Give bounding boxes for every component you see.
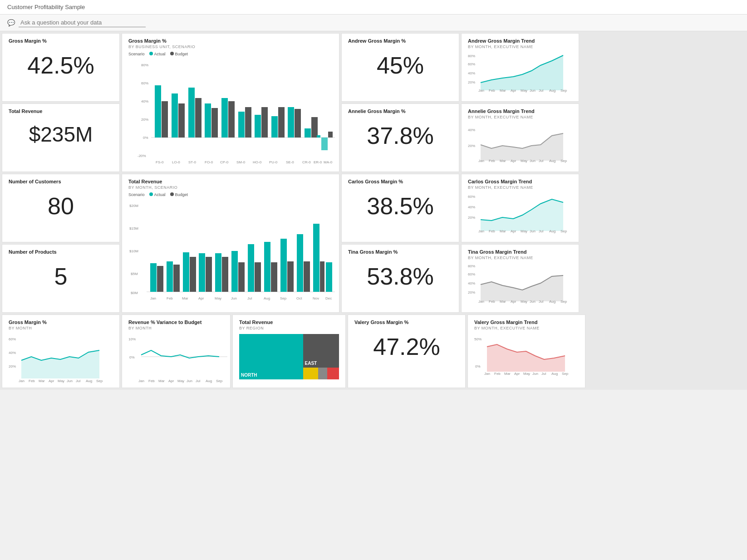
- svg-rect-28: [321, 138, 328, 150]
- svg-text:Jun: Jun: [231, 296, 237, 300]
- annelie-trend-card: Annelie Gross Margin Trend BY MONTH, EXE…: [461, 103, 579, 172]
- svg-text:ST-0: ST-0: [188, 160, 196, 164]
- rev-variance-card: Revenue % Variance to Budget BY MONTH 10…: [122, 314, 231, 388]
- valery-trend-subtitle: BY MONTH, EXECUTIVE NAME: [474, 326, 579, 330]
- svg-rect-26: [311, 117, 318, 138]
- svg-rect-83: [222, 257, 228, 292]
- svg-text:Jan: Jan: [484, 372, 490, 376]
- svg-text:Sep: Sep: [562, 372, 569, 376]
- svg-text:Jul: Jul: [76, 379, 80, 383]
- svg-text:Sep: Sep: [560, 159, 567, 163]
- svg-rect-7: [155, 85, 161, 138]
- qa-bar: 💬: [0, 15, 747, 31]
- qa-input[interactable]: [19, 18, 146, 27]
- svg-text:Apr: Apr: [49, 379, 54, 383]
- svg-text:$10M: $10M: [129, 249, 138, 253]
- svg-text:Jun: Jun: [530, 229, 536, 233]
- svg-text:Feb: Feb: [167, 296, 173, 300]
- svg-text:Mar: Mar: [39, 379, 45, 383]
- gm-month-subtitle: BY MONTH: [9, 326, 113, 330]
- svg-text:Jan: Jan: [478, 159, 484, 163]
- actual-legend2: Actual: [149, 192, 166, 197]
- svg-text:Jan: Jan: [478, 88, 484, 93]
- carlos-margin-value: 38.5%: [348, 185, 452, 227]
- svg-text:Apr: Apr: [511, 88, 516, 93]
- svg-text:Jun: Jun: [187, 379, 192, 383]
- annelie-trend-chart: 40% 20% Jan Feb Mar Apr May Jun Jul Aug …: [468, 122, 572, 163]
- svg-text:May: May: [521, 88, 527, 93]
- num-customers-card: Number of Customers 80: [2, 174, 120, 242]
- svg-text:Aug: Aug: [86, 379, 92, 383]
- total-rev-month-card: Total Revenue BY MONTH, SCENARIO Scenari…: [122, 174, 339, 313]
- svg-marker-46: [481, 55, 563, 90]
- svg-text:SE-0: SE-0: [286, 160, 294, 164]
- svg-text:Apr: Apr: [511, 159, 516, 163]
- annelie-margin-card: Annelie Gross Margin % 37.8%: [341, 103, 459, 172]
- svg-text:20%: 20%: [468, 80, 475, 84]
- svg-rect-85: [238, 262, 245, 292]
- svg-rect-91: [287, 261, 294, 292]
- svg-rect-9: [172, 93, 178, 138]
- svg-text:40%: 40%: [468, 205, 475, 209]
- total-rev-region-title: Total Revenue: [239, 319, 339, 325]
- svg-rect-74: [150, 263, 157, 292]
- svg-text:Feb: Feb: [489, 229, 495, 233]
- svg-rect-76: [167, 261, 173, 292]
- svg-text:0%: 0%: [475, 364, 481, 368]
- svg-rect-20: [261, 107, 268, 138]
- total-rev-month-legend: Scenario Actual Budget: [128, 192, 333, 197]
- svg-text:Mar: Mar: [500, 88, 506, 93]
- total-rev-region-card: Total Revenue BY REGION NORTH EAST: [232, 314, 346, 388]
- svg-text:Apr: Apr: [168, 379, 174, 383]
- svg-text:Feb: Feb: [29, 379, 35, 383]
- small-regions: [303, 368, 339, 379]
- east-south-region: EAST: [303, 334, 339, 379]
- svg-rect-19: [255, 115, 261, 138]
- svg-text:Aug: Aug: [549, 159, 555, 163]
- tina-margin-value: 53.8%: [348, 255, 452, 297]
- svg-text:$15M: $15M: [129, 226, 138, 231]
- gross-margin-bar-subtitle: BY BUSINESS UNIT, SCENARIO: [128, 44, 333, 49]
- num-customers-title: Number of Customers: [9, 179, 113, 184]
- svg-text:Oct: Oct: [296, 296, 302, 300]
- svg-rect-25: [305, 128, 311, 138]
- annelie-margin-value: 37.8%: [348, 115, 452, 157]
- carlos-trend-card: Carlos Gross Margin Trend BY MONTH, EXEC…: [461, 174, 579, 242]
- svg-text:May: May: [521, 229, 527, 233]
- svg-rect-14: [211, 108, 218, 138]
- svg-text:20%: 20%: [9, 364, 16, 368]
- rev-variance-title: Revenue % Variance to Budget: [128, 319, 224, 325]
- svg-text:ER-0: ER-0: [314, 160, 322, 164]
- svg-text:80%: 80%: [141, 63, 148, 67]
- svg-text:Aug: Aug: [549, 300, 555, 304]
- tina-trend-chart: 80% 60% 40% 20% Jan Feb Mar Apr May Jun …: [468, 263, 572, 304]
- svg-rect-87: [255, 262, 261, 292]
- svg-rect-88: [264, 242, 270, 292]
- svg-text:40%: 40%: [468, 71, 475, 75]
- num-products-title: Number of Products: [9, 249, 113, 255]
- svg-text:Sep: Sep: [560, 229, 567, 233]
- valery-trend-chart: 50% 0% Jan Feb Mar Apr May Jun Jul Aug S…: [474, 333, 579, 376]
- svg-text:Mar: Mar: [500, 159, 506, 163]
- svg-text:Jul: Jul: [247, 296, 252, 300]
- svg-text:Jul: Jul: [539, 159, 543, 163]
- svg-text:Apr: Apr: [511, 229, 516, 233]
- svg-rect-94: [313, 224, 319, 292]
- svg-rect-96: [326, 262, 332, 292]
- andrew-trend-title: Andrew Gross Margin Trend: [468, 38, 572, 44]
- svg-text:Apr: Apr: [514, 372, 520, 376]
- svg-text:40%: 40%: [468, 281, 475, 285]
- svg-rect-93: [304, 261, 310, 292]
- svg-rect-86: [248, 244, 254, 292]
- svg-rect-84: [231, 251, 238, 292]
- num-customers-value: 80: [9, 185, 113, 227]
- qa-icon: 💬: [7, 19, 15, 26]
- svg-text:Feb: Feb: [489, 159, 495, 163]
- svg-text:Feb: Feb: [494, 372, 501, 376]
- svg-text:Jan: Jan: [138, 379, 144, 383]
- svg-text:20%: 20%: [468, 216, 475, 220]
- svg-rect-75: [157, 266, 163, 292]
- valery-margin-card: Valery Gross Margin % 47.2%: [348, 314, 466, 388]
- andrew-margin-card: Andrew Gross Margin % 45%: [341, 33, 459, 102]
- svg-text:Jun: Jun: [530, 88, 536, 93]
